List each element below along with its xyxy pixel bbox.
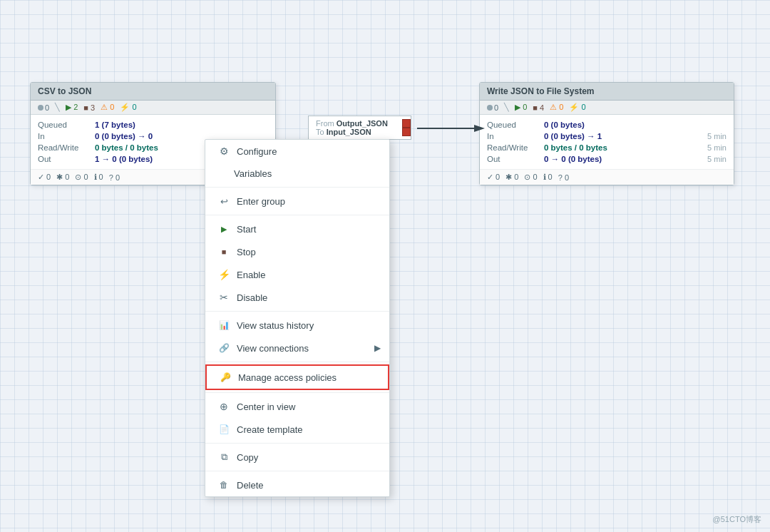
menu-item-start[interactable]: ▶ Start	[205, 218, 389, 240]
menu-item-configure[interactable]: ⚙ Configure	[205, 140, 389, 163]
stop-icon: ■	[218, 246, 230, 257]
stat-warning: ⚠ 0	[101, 103, 114, 112]
divider-2	[205, 215, 389, 215]
menu-item-view-status-history[interactable]: 📊 View status history	[205, 314, 389, 337]
menu-item-variables[interactable]: Variables	[205, 163, 389, 185]
conn-to: To Input_JSON	[316, 128, 388, 136]
context-menu: ⚙ Configure Variables ↩ Enter group ▶ St…	[205, 139, 390, 497]
divider-3	[205, 311, 389, 312]
create-template-icon: 📄	[218, 424, 230, 435]
wj-stat-slash: ╲	[504, 103, 509, 112]
wj-queued-row: Queued 0 (0 bytes)	[487, 119, 727, 131]
center-label: Center in view	[237, 401, 295, 412]
enable-icon: ⚡	[218, 269, 230, 280]
menu-item-create-template[interactable]: 📄 Create template	[205, 418, 389, 441]
menu-item-center-in-view[interactable]: ⊕ Center in view	[205, 395, 389, 418]
stop-label: Stop	[237, 247, 256, 257]
stat-running: ▶ 2	[66, 103, 78, 112]
delete-icon: 🗑	[218, 479, 230, 491]
start-icon: ▶	[218, 223, 230, 235]
wj-stat-stopped: 0	[487, 103, 498, 112]
stat-stopped2: ■ 3	[83, 103, 95, 112]
divider-1	[205, 187, 389, 188]
view-connections-label: View connections	[237, 343, 309, 354]
disable-label: Disable	[237, 292, 267, 303]
write-json-title: Write JSON to File System	[480, 83, 734, 101]
view-status-icon: 📊	[218, 319, 230, 331]
conn-port-top	[402, 119, 411, 128]
watermark: @51CTO博客	[713, 514, 761, 525]
enter-group-icon: ↩	[218, 195, 230, 207]
center-icon: ⊕	[218, 401, 230, 412]
csv-to-json-stats: 0 ╲ ▶ 2 ■ 3 ⚠ 0 ⚡ 0	[31, 101, 275, 115]
csv-to-json-title: CSV to JSON	[31, 83, 275, 101]
connection-arrow	[417, 121, 488, 135]
view-status-label: View status history	[237, 320, 314, 331]
variables-label: Variables	[234, 168, 272, 179]
copy-label: Copy	[237, 452, 258, 463]
menu-item-disable[interactable]: ✂ Disable	[205, 286, 389, 309]
divider-7	[205, 471, 389, 471]
manage-access-label: Manage access policies	[238, 372, 337, 383]
menu-item-copy[interactable]: ⧉ Copy	[205, 446, 389, 469]
delete-label: Delete	[237, 480, 264, 491]
wj-stat-bolt: ⚡ 0	[569, 103, 585, 112]
wj-stat-stopped2: ■ 4	[533, 103, 544, 112]
menu-item-manage-access-policies[interactable]: 🔑 Manage access policies	[205, 364, 389, 390]
menu-item-delete[interactable]: 🗑 Delete	[205, 474, 389, 496]
wj-stat-warning: ⚠ 0	[550, 103, 563, 112]
create-template-label: Create template	[237, 424, 303, 435]
view-connections-arrow: ▶	[374, 343, 381, 353]
configure-icon: ⚙	[218, 145, 230, 157]
conn-port-bottom	[402, 128, 411, 136]
stat-stopped: 0	[38, 103, 49, 112]
queued-row: Queued 1 (7 bytes)	[38, 119, 268, 131]
enter-group-label: Enter group	[237, 196, 285, 207]
disable-icon: ✂	[218, 292, 230, 303]
wj-readwrite-row: Read/Write 0 bytes / 0 bytes 5 min	[487, 142, 727, 153]
start-label: Start	[237, 224, 256, 235]
copy-icon: ⧉	[218, 451, 230, 463]
menu-item-enter-group[interactable]: ↩ Enter group	[205, 190, 389, 213]
divider-4	[205, 362, 389, 362]
wj-stat-running: ▶ 0	[515, 103, 527, 112]
stat-slash: ╲	[55, 103, 60, 112]
divider-5	[205, 392, 389, 393]
view-connections-icon: 🔗	[218, 342, 230, 354]
enable-label: Enable	[237, 270, 265, 280]
menu-item-stop[interactable]: ■ Stop	[205, 240, 389, 263]
divider-6	[205, 443, 389, 444]
connection-box: From Output_JSON To Input_JSON	[308, 116, 411, 140]
stat-bolt: ⚡ 0	[120, 103, 136, 112]
wj-in-row: In 0 (0 bytes) → 1 5 min	[487, 131, 727, 142]
menu-item-view-connections[interactable]: 🔗 View connections ▶	[205, 337, 389, 359]
write-json-footer: ✓ 0 ✱ 0 ⊙ 0 ℹ 0 ? 0	[480, 169, 734, 185]
manage-access-icon: 🔑	[220, 372, 231, 383]
svg-marker-1	[474, 125, 485, 132]
write-json-body: Queued 0 (0 bytes) In 0 (0 bytes) → 1 5 …	[480, 115, 734, 169]
configure-label: Configure	[237, 146, 277, 157]
wj-out-row: Out 0 → 0 (0 bytes) 5 min	[487, 153, 727, 165]
write-json-stats: 0 ╲ ▶ 0 ■ 4 ⚠ 0 ⚡ 0	[480, 101, 734, 115]
conn-from: From Output_JSON	[316, 119, 388, 128]
menu-item-enable[interactable]: ⚡ Enable	[205, 263, 389, 286]
write-json-node[interactable]: Write JSON to File System 0 ╲ ▶ 0 ■ 4 ⚠ …	[479, 82, 734, 185]
